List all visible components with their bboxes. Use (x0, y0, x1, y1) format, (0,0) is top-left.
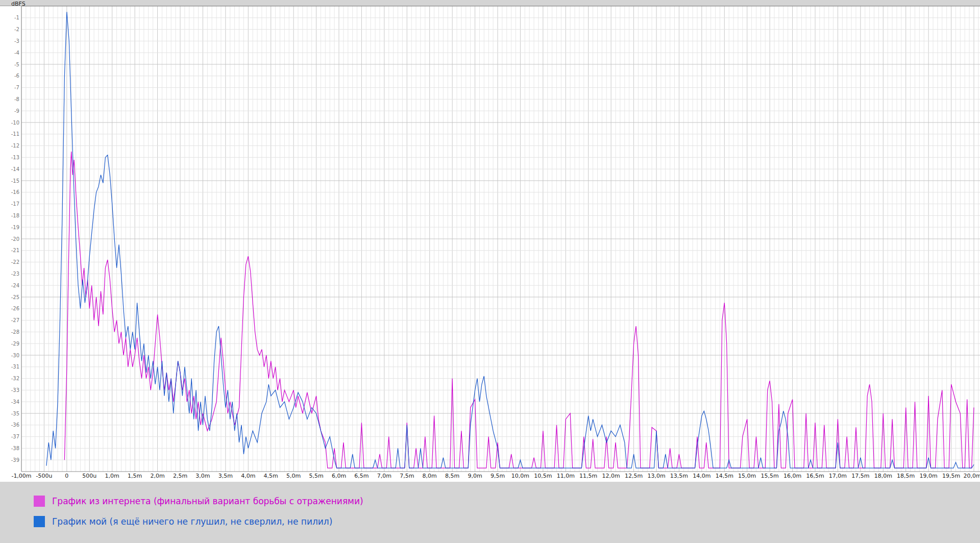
x-axis-labels: -1,00m-500u0500u1,0m1,5m2,0m2,5m3,0m3,5m… (11, 473, 980, 479)
svg-text:-4: -4 (14, 50, 19, 56)
svg-text:-28: -28 (11, 329, 19, 335)
svg-text:-15: -15 (11, 178, 19, 184)
legend-label-my-graph: График мой (я ещё ничего не глушил, не с… (52, 516, 332, 527)
svg-text:-11: -11 (11, 131, 19, 137)
svg-text:7,5m: 7,5m (400, 473, 414, 479)
svg-text:17,0m: 17,0m (829, 473, 847, 479)
svg-text:12,5m: 12,5m (625, 473, 643, 479)
svg-text:-27: -27 (11, 317, 19, 323)
svg-text:6,5m: 6,5m (354, 473, 369, 479)
svg-text:16,0m: 16,0m (783, 473, 801, 479)
svg-text:15,0m: 15,0m (738, 473, 756, 479)
svg-text:-20: -20 (11, 236, 19, 242)
svg-text:-22: -22 (11, 259, 19, 265)
svg-text:14,5m: 14,5m (716, 473, 733, 479)
svg-text:0: 0 (65, 473, 68, 479)
svg-text:-1,00m: -1,00m (11, 473, 31, 479)
svg-text:-34: -34 (11, 399, 19, 405)
svg-text:-9: -9 (14, 108, 19, 114)
legend-item-internet-graph: График из интернета (финальный вариант б… (34, 495, 980, 507)
svg-text:-3: -3 (14, 38, 19, 44)
svg-text:3,0m: 3,0m (195, 473, 210, 479)
svg-text:7,0m: 7,0m (377, 473, 391, 479)
blue-series-swatch (34, 516, 45, 527)
svg-text:19,0m: 19,0m (920, 473, 938, 479)
svg-text:8,5m: 8,5m (445, 473, 459, 479)
svg-text:500u: 500u (82, 473, 96, 479)
svg-text:-8: -8 (14, 96, 19, 102)
impulse-response-chart: -1-2-3-4-5-6-7-8-9-10-11-12-13-14-15-16-… (0, 6, 980, 482)
window-top-strip (0, 0, 980, 6)
svg-text:5,0m: 5,0m (286, 473, 301, 479)
svg-text:5,5m: 5,5m (309, 473, 323, 479)
svg-text:-6: -6 (14, 73, 19, 79)
svg-text:-21: -21 (11, 248, 19, 253)
svg-text:-16: -16 (11, 189, 19, 195)
svg-text:18,5m: 18,5m (897, 473, 915, 479)
series-line-1 (46, 12, 974, 468)
grid (21, 6, 980, 472)
svg-text:10,0m: 10,0m (511, 473, 529, 479)
svg-text:-24: -24 (11, 283, 19, 288)
svg-text:3,5m: 3,5m (218, 473, 233, 479)
svg-text:15,5m: 15,5m (761, 473, 779, 479)
svg-text:8,0m: 8,0m (423, 473, 437, 479)
svg-text:1,5m: 1,5m (128, 473, 142, 479)
legend-label-internet-graph: График из интернета (финальный вариант б… (52, 496, 363, 506)
svg-text:16,5m: 16,5m (806, 473, 824, 479)
svg-text:6,0m: 6,0m (332, 473, 346, 479)
svg-text:-36: -36 (11, 422, 19, 428)
svg-text:-10: -10 (11, 120, 19, 126)
series-line-0 (64, 152, 974, 468)
svg-text:-23: -23 (11, 271, 19, 277)
svg-text:-31: -31 (11, 364, 19, 369)
svg-text:-19: -19 (11, 225, 19, 230)
svg-text:-500u: -500u (36, 473, 52, 479)
svg-text:17,5m: 17,5m (851, 473, 869, 479)
magenta-series-swatch (34, 496, 45, 507)
svg-text:-26: -26 (11, 306, 19, 311)
svg-text:13,0m: 13,0m (647, 473, 665, 479)
svg-text:1,0m: 1,0m (105, 473, 119, 479)
svg-text:-37: -37 (11, 434, 19, 439)
legend: График из интернета (финальный вариант б… (0, 482, 980, 543)
svg-text:9,5m: 9,5m (491, 473, 505, 479)
svg-text:-5: -5 (14, 62, 19, 67)
svg-text:-33: -33 (11, 387, 19, 393)
svg-text:12,0m: 12,0m (602, 473, 620, 479)
y-axis-labels: -1-2-3-4-5-6-7-8-9-10-11-12-13-14-15-16-… (11, 15, 19, 462)
svg-text:9,0m: 9,0m (468, 473, 482, 479)
series-lines (46, 12, 974, 468)
svg-text:18,0m: 18,0m (874, 473, 892, 479)
svg-text:-25: -25 (11, 294, 19, 300)
svg-text:-35: -35 (11, 411, 19, 416)
svg-text:-32: -32 (11, 376, 19, 381)
svg-text:-30: -30 (11, 353, 19, 358)
svg-text:4,5m: 4,5m (264, 473, 278, 479)
svg-text:19,5m: 19,5m (942, 473, 960, 479)
svg-text:-13: -13 (11, 155, 19, 160)
svg-text:11,5m: 11,5m (579, 473, 597, 479)
svg-text:10,5m: 10,5m (534, 473, 552, 479)
svg-text:11,0m: 11,0m (557, 473, 575, 479)
svg-text:13,5m: 13,5m (670, 473, 688, 479)
svg-text:2,0m: 2,0m (150, 473, 164, 479)
svg-text:4,0m: 4,0m (241, 473, 255, 479)
svg-text:-2: -2 (14, 27, 19, 32)
svg-text:-14: -14 (11, 166, 19, 172)
svg-text:-38: -38 (11, 446, 19, 451)
svg-text:-1: -1 (14, 15, 19, 20)
svg-text:-7: -7 (14, 85, 19, 90)
svg-text:-12: -12 (11, 143, 19, 149)
svg-text:14,0m: 14,0m (693, 473, 710, 479)
svg-text:2,5m: 2,5m (173, 473, 187, 479)
svg-text:-17: -17 (11, 201, 19, 207)
svg-text:-29: -29 (11, 341, 19, 347)
svg-text:-18: -18 (11, 213, 19, 218)
svg-text:-39: -39 (11, 457, 19, 463)
svg-text:20,0ms: 20,0ms (964, 473, 980, 479)
legend-item-my-graph: График мой (я ещё ничего не глушил, не с… (34, 515, 980, 528)
y-axis-title: dBFS (11, 1, 26, 7)
